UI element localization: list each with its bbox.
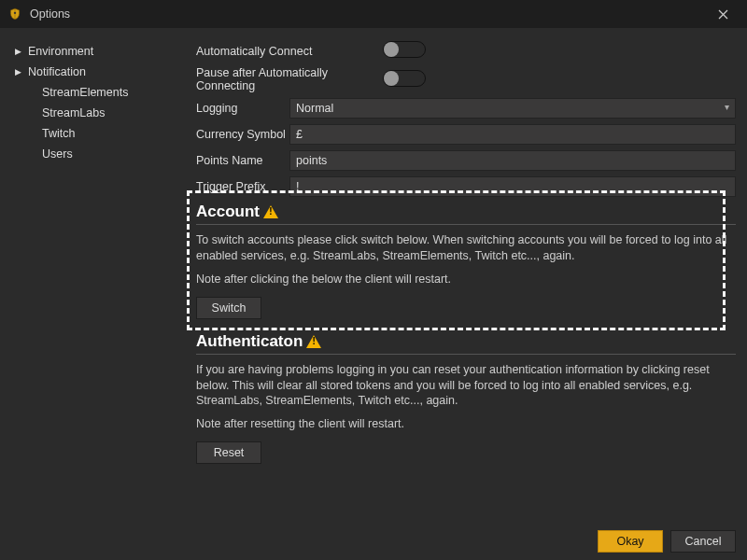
- row-trigger: Trigger Prefix: [196, 176, 736, 197]
- label-points: Points Name: [196, 154, 289, 167]
- input-currency[interactable]: [289, 124, 736, 145]
- toggle-auto-connect[interactable]: [383, 41, 426, 58]
- switch-button[interactable]: Switch: [196, 297, 261, 319]
- auth-body-1: If you are having problems logging in yo…: [196, 362, 736, 410]
- row-points: Points Name: [196, 150, 736, 171]
- label-auto-connect: Automatically Connect: [196, 45, 383, 58]
- chevron-right-icon: ▶: [15, 43, 24, 60]
- toggle-pause[interactable]: [383, 70, 426, 87]
- row-pause: Pause after Automatically Connecting: [196, 66, 736, 92]
- chevron-down-icon: ▾: [725, 102, 729, 112]
- reset-button-label: Reset: [214, 446, 245, 459]
- account-body-2: Note after clicking the below the client…: [196, 272, 736, 287]
- label-trigger: Trigger Prefix: [196, 180, 289, 193]
- sidebar-item-label: StreamLabs: [42, 105, 105, 121]
- select-logging-value: Normal: [296, 102, 333, 115]
- sidebar-item-label: Users: [42, 146, 73, 162]
- auth-body: If you are having problems logging in yo…: [196, 362, 736, 433]
- titlebar: Options: [0, 0, 747, 28]
- input-points[interactable]: [289, 150, 736, 171]
- row-auto-connect: Automatically Connect: [196, 41, 736, 61]
- account-title-text: Account: [196, 203, 260, 221]
- input-trigger-field[interactable]: [296, 180, 729, 193]
- sidebar-item-notification[interactable]: ▶ Notification: [6, 62, 181, 82]
- input-currency-field[interactable]: [296, 128, 729, 141]
- section-title-account: Account: [196, 203, 736, 221]
- input-points-field[interactable]: [296, 154, 729, 167]
- warning-icon: [263, 205, 278, 218]
- auth-body-2: Note after resetting the client will res…: [196, 416, 736, 432]
- window-title: Options: [30, 7, 704, 21]
- section-rule: [196, 224, 736, 225]
- account-body: To switch accounts please click switch b…: [196, 232, 736, 287]
- chevron-right-icon: ▶: [15, 63, 24, 80]
- row-currency: Currency Symbol: [196, 124, 736, 145]
- svg-point-0: [14, 12, 16, 14]
- ok-button-label: Okay: [616, 535, 643, 548]
- switch-button-label: Switch: [212, 301, 247, 315]
- label-pause: Pause after Automatically Connecting: [196, 66, 383, 92]
- account-body-1: To switch accounts please click switch b…: [196, 232, 736, 264]
- sidebar-item-environment[interactable]: ▶ Environment: [6, 41, 181, 62]
- section-rule: [196, 354, 736, 355]
- sidebar-item-streamlabs[interactable]: ▶ StreamLabs: [6, 103, 181, 123]
- ok-button[interactable]: Okay: [598, 530, 663, 553]
- select-logging[interactable]: Normal ▾: [289, 98, 736, 119]
- sidebar-item-label: StreamElements: [42, 84, 128, 101]
- label-logging: Logging: [196, 102, 289, 115]
- sidebar-item-twitch[interactable]: ▶ Twitch: [6, 123, 181, 144]
- row-logging: Logging Normal ▾: [196, 98, 736, 119]
- sidebar-item-label: Notification: [28, 63, 86, 80]
- content-pane: Automatically Connect Pause after Automa…: [187, 28, 747, 523]
- warning-icon: [306, 335, 321, 348]
- reset-button[interactable]: Reset: [196, 441, 261, 464]
- cancel-button[interactable]: Cancel: [670, 530, 736, 553]
- main-body: ▶ Environment ▶ Notification ▶ StreamEle…: [0, 28, 747, 523]
- auth-title-text: Authenticaton: [196, 332, 303, 351]
- sidebar-item-streamelements[interactable]: ▶ StreamElements: [6, 82, 181, 103]
- sidebar-item-label: Environment: [28, 43, 93, 60]
- app-icon: [7, 7, 22, 21]
- input-trigger[interactable]: [289, 176, 736, 197]
- sidebar: ▶ Environment ▶ Notification ▶ StreamEle…: [0, 28, 187, 523]
- label-currency: Currency Symbol: [196, 128, 289, 141]
- footer: Okay Cancel: [0, 523, 747, 560]
- sidebar-item-label: Twitch: [42, 125, 75, 142]
- close-button[interactable]: [704, 0, 741, 28]
- sidebar-item-users[interactable]: ▶ Users: [6, 144, 181, 164]
- section-title-auth: Authenticaton: [196, 332, 736, 351]
- cancel-button-label: Cancel: [685, 535, 722, 548]
